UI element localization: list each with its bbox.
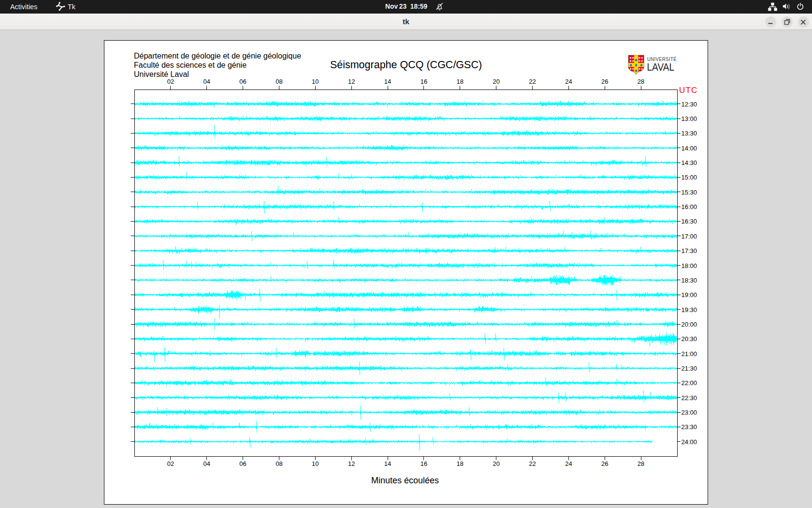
- svg-text:LAVAL: LAVAL: [647, 61, 675, 73]
